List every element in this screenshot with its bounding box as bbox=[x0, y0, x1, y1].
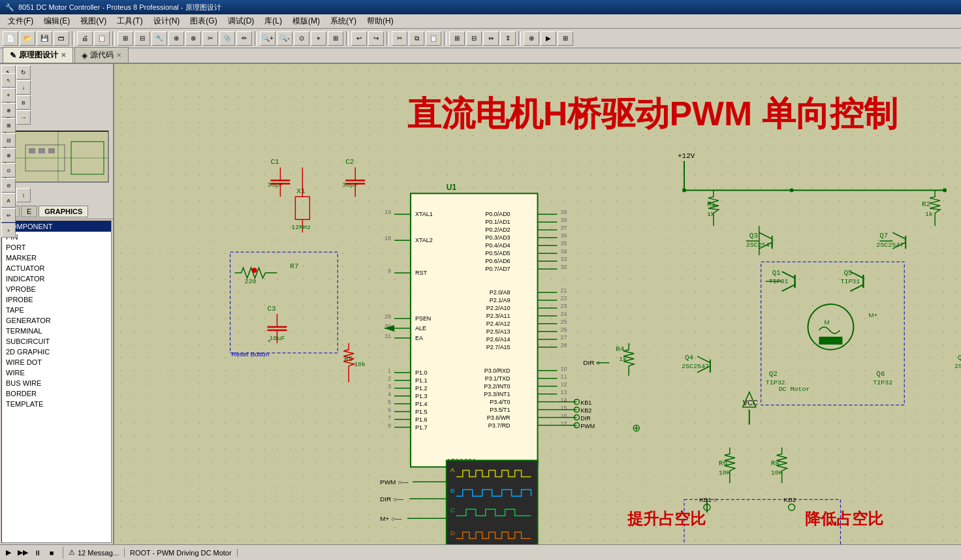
save-all-btn[interactable]: 🗃 bbox=[54, 31, 69, 46]
comp-item-buswire[interactable]: BUS WIRE bbox=[2, 378, 111, 388]
comp-tab-e[interactable]: E bbox=[21, 206, 37, 217]
tab-schematic[interactable]: ✎ 原理图设计 ✕ bbox=[3, 47, 73, 63]
zoom-btn3[interactable]: ⊞ bbox=[328, 31, 343, 46]
ltool-7[interactable]: ⊙ bbox=[1, 163, 16, 178]
comp-item-indicator[interactable]: INDICATOR bbox=[2, 273, 111, 284]
pan-right[interactable]: → bbox=[16, 110, 31, 125]
svg-text:X1: X1 bbox=[296, 187, 306, 195]
ltool-4[interactable]: ⊞ bbox=[1, 118, 16, 132]
comp-item-vprobe[interactable]: VPROBE bbox=[2, 284, 111, 294]
tab-code-close[interactable]: ✕ bbox=[116, 52, 121, 59]
menu-file[interactable]: 文件(F) bbox=[3, 14, 39, 28]
tab-schematic-close[interactable]: ✕ bbox=[61, 52, 66, 59]
mirror-tool[interactable]: ↓ bbox=[16, 80, 31, 95]
svg-text:8: 8 bbox=[388, 422, 391, 429]
netlist-btn[interactable]: ⊕ bbox=[524, 31, 539, 46]
ltool-11[interactable]: + bbox=[1, 223, 16, 238]
tb3[interactable]: ⊞ bbox=[118, 31, 133, 46]
tb9[interactable]: 📎 bbox=[219, 31, 235, 46]
tb6[interactable]: ⊕ bbox=[168, 31, 184, 46]
comp-item-marker[interactable]: MARKER bbox=[2, 253, 111, 263]
comp-item-subcircuit[interactable]: SUBCIRCUIT bbox=[2, 336, 111, 347]
tb5[interactable]: 🔧 bbox=[151, 31, 167, 46]
menu-help[interactable]: 帮助(H) bbox=[362, 14, 399, 28]
tb8[interactable]: ✂ bbox=[202, 31, 218, 46]
menu-template[interactable]: 模版(M) bbox=[287, 14, 325, 28]
tool-left2[interactable]: ↕ bbox=[16, 188, 31, 202]
comp-item-wiredot[interactable]: WIRE DOT bbox=[2, 357, 111, 367]
svg-text:P2.0/A8: P2.0/A8 bbox=[490, 289, 511, 296]
print-btn[interactable]: 🖨 bbox=[77, 31, 93, 46]
ltool-2[interactable]: + bbox=[1, 88, 16, 102]
svg-text:5: 5 bbox=[388, 399, 391, 405]
comp-item-tape[interactable]: TAPE bbox=[2, 305, 111, 315]
comp-item-wire[interactable]: WIRE bbox=[2, 367, 111, 378]
comp-item-port[interactable]: PORT bbox=[2, 242, 111, 253]
ltool-3[interactable]: ⊕ bbox=[1, 103, 16, 117]
align-btn[interactable]: ⇔ bbox=[483, 31, 499, 46]
tab-code[interactable]: ◈ 源代码 ✕ bbox=[74, 47, 129, 63]
svg-text:KB2: KB2 bbox=[784, 496, 796, 503]
menu-view[interactable]: 视图(V) bbox=[75, 14, 112, 28]
ltool-6[interactable]: ⊗ bbox=[1, 148, 16, 163]
tb10[interactable]: ✏ bbox=[236, 31, 252, 46]
print2-btn[interactable]: 📋 bbox=[94, 31, 110, 46]
block2-btn[interactable]: ⊟ bbox=[466, 31, 482, 46]
play-btn[interactable]: ▶ bbox=[3, 547, 14, 559]
comp-item-border[interactable]: BORDER bbox=[2, 388, 111, 399]
redo-btn[interactable]: ↪ bbox=[368, 31, 384, 46]
paste-btn[interactable]: 📋 bbox=[426, 31, 441, 46]
pause-btn[interactable]: ⏸ bbox=[31, 547, 43, 559]
svg-text:P3.4/T0: P3.4/T0 bbox=[490, 399, 510, 405]
pcb-btn[interactable]: ⊞ bbox=[558, 31, 573, 46]
menu-system[interactable]: 系统(Y) bbox=[325, 14, 362, 28]
ltool-10[interactable]: ✏ bbox=[1, 208, 16, 223]
comp-item-iprobe[interactable]: IPROBE bbox=[2, 294, 111, 305]
svg-text:Q3: Q3 bbox=[749, 232, 758, 240]
undo-btn[interactable]: ↩ bbox=[351, 31, 367, 46]
svg-text:Q6: Q6 bbox=[876, 370, 885, 378]
message-count[interactable]: 12 Messag... bbox=[78, 549, 119, 557]
align2-btn[interactable]: ⇕ bbox=[500, 31, 516, 46]
zoom-out-btn[interactable]: 🔍- bbox=[277, 31, 292, 46]
sep7 bbox=[518, 31, 521, 46]
comp-item-terminal[interactable]: TERMINAL bbox=[2, 326, 111, 336]
open-btn[interactable]: 📂 bbox=[20, 31, 35, 46]
menu-graph[interactable]: 图表(G) bbox=[185, 14, 222, 28]
menu-library[interactable]: 库(L) bbox=[259, 14, 287, 28]
comp-item-pin[interactable]: PIN bbox=[2, 232, 111, 242]
ltool-8[interactable]: ⊘ bbox=[1, 178, 16, 193]
schematic-area[interactable]: 直流电机H桥驱动PWM 单向控制 +12V VCC C1 30pF C2 30p… bbox=[114, 64, 961, 544]
ltool-5[interactable]: ⊟ bbox=[1, 133, 16, 148]
stop-btn[interactable]: ■ bbox=[46, 547, 57, 559]
menu-tool[interactable]: 工具(T) bbox=[112, 14, 148, 28]
rotate-cw-tool[interactable]: ↻ bbox=[16, 65, 31, 80]
comp-list[interactable]: COMPONENT PIN PORT MARKER ACTUATOR INDIC… bbox=[1, 221, 112, 543]
ltool-1[interactable]: ↖ bbox=[1, 73, 16, 87]
sep5 bbox=[386, 31, 389, 46]
zoom-btn2[interactable]: ⌖ bbox=[311, 31, 326, 46]
menu-debug[interactable]: 调试(D) bbox=[223, 14, 260, 28]
comp-tab-graphics[interactable]: GRAPHICS bbox=[39, 206, 88, 217]
zoom-fit-btn[interactable]: ⊙ bbox=[294, 31, 309, 46]
step-play-btn[interactable]: ▶▶ bbox=[17, 547, 29, 559]
tb4[interactable]: ⊟ bbox=[134, 31, 150, 46]
zoom-in-btn[interactable]: 🔍+ bbox=[260, 31, 276, 46]
menu-edit[interactable]: 编辑(E) bbox=[39, 14, 75, 28]
comp-item-actuator[interactable]: ACTUATOR bbox=[2, 263, 111, 273]
ltool-9[interactable]: A bbox=[1, 193, 16, 208]
new-btn[interactable]: 📄 bbox=[3, 31, 18, 46]
save-btn[interactable]: 💾 bbox=[37, 31, 52, 46]
block-btn[interactable]: ⊞ bbox=[449, 31, 465, 46]
comp-item-component[interactable]: COMPONENT bbox=[2, 221, 111, 232]
tool-b[interactable]: B bbox=[16, 95, 31, 110]
cut-btn[interactable]: ✂ bbox=[392, 31, 407, 46]
copy-btn[interactable]: ⧉ bbox=[409, 31, 424, 46]
simulate-btn[interactable]: ▶ bbox=[541, 31, 556, 46]
tab-schematic-label: 原理图设计 bbox=[19, 50, 58, 61]
comp-item-generator[interactable]: GENERATOR bbox=[2, 315, 111, 326]
menu-design[interactable]: 设计(N) bbox=[148, 14, 185, 28]
tb7[interactable]: ⊗ bbox=[185, 31, 201, 46]
comp-item-template[interactable]: TEMPLATE bbox=[2, 399, 111, 409]
comp-item-2dgraphic[interactable]: 2D GRAPHIC bbox=[2, 347, 111, 357]
